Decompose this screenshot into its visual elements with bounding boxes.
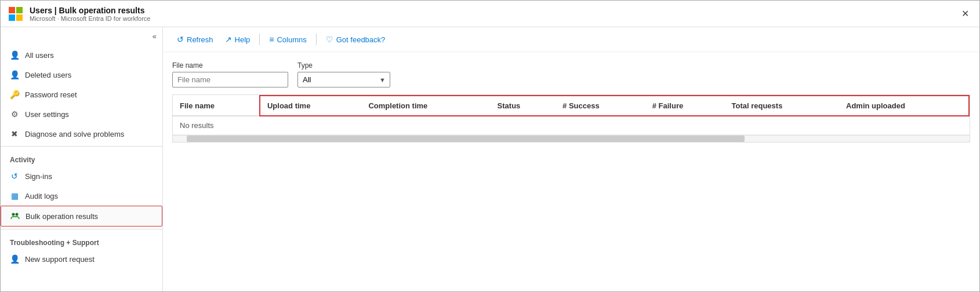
password-reset-label: Password reset <box>25 90 77 99</box>
sidebar-item-all-users[interactable]: 👤 All users <box>1 45 162 65</box>
col-label-admin: Admin uploaded <box>846 101 905 110</box>
type-filter-group: Type All Bulk create Bulk invite Bulk de… <box>297 61 390 87</box>
col-label-failure: # Failure <box>652 101 683 110</box>
gear-icon: ⚙ <box>10 110 19 119</box>
type-filter-label: Type <box>297 61 390 70</box>
sidebar-item-password-reset[interactable]: 🔑 Password reset <box>1 85 162 104</box>
col-label-total: Total requests <box>732 101 783 110</box>
columns-button[interactable]: ≡ Columns <box>264 32 311 47</box>
help-button[interactable]: ↗ Help <box>220 32 255 47</box>
filters-row: File name Type All Bulk create Bulk invi… <box>172 61 970 87</box>
scrollbar-thumb[interactable] <box>187 136 745 142</box>
filename-filter-group: File name <box>172 61 288 87</box>
col-header-total: Total requests <box>725 96 840 116</box>
sign-ins-label: Sign-ins <box>25 172 52 181</box>
svg-rect-3 <box>16 14 23 21</box>
toolbar-divider-2 <box>316 34 317 45</box>
sidebar-item-deleted-users[interactable]: 👤 Deleted users <box>1 65 162 85</box>
new-support-label: New support request <box>25 255 95 264</box>
heart-icon: ♡ <box>326 35 333 44</box>
sidebar-item-bulk-operation[interactable]: Bulk operation results <box>1 206 162 227</box>
main-content: ↺ Refresh ↗ Help ≡ Columns ♡ Got feedbac… <box>163 27 979 292</box>
sidebar-divider-2 <box>1 229 162 229</box>
help-icon: ↗ <box>225 35 232 44</box>
type-select-wrapper: All Bulk create Bulk invite Bulk delete … <box>297 72 390 87</box>
table-header: File name Upload time Completion time St… <box>173 96 969 116</box>
no-results-cell: No results <box>173 116 969 135</box>
type-filter-select[interactable]: All Bulk create Bulk invite Bulk delete <box>297 72 390 87</box>
filename-filter-input[interactable] <box>172 72 288 87</box>
columns-label: Columns <box>277 35 306 44</box>
no-results-row: No results <box>173 116 969 135</box>
header-row: File name Upload time Completion time St… <box>173 96 969 116</box>
col-header-success: # Success <box>556 96 645 116</box>
horizontal-scrollbar[interactable] <box>173 135 970 142</box>
col-header-admin: Admin uploaded <box>839 96 969 116</box>
refresh-button[interactable]: ↺ Refresh <box>172 32 218 47</box>
bulk-operation-label: Bulk operation results <box>26 212 98 221</box>
audit-logs-label: Audit logs <box>25 192 58 200</box>
title-sub: Microsoft · Microsoft Entra ID for workf… <box>30 15 150 22</box>
col-header-status: Status <box>491 96 556 116</box>
toolbar-divider-1 <box>259 34 260 45</box>
refresh-label: Refresh <box>187 35 213 44</box>
col-header-completion-time: Completion time <box>361 96 490 116</box>
sidebar-item-new-support[interactable]: 👤 New support request <box>1 249 162 269</box>
deleted-user-icon: 👤 <box>10 70 19 79</box>
key-icon: 🔑 <box>10 90 19 99</box>
content-area: File name Type All Bulk create Bulk invi… <box>163 52 979 292</box>
sidebar: « 👤 All users 👤 Deleted users 🔑 Password… <box>1 27 163 292</box>
svg-rect-1 <box>16 7 23 13</box>
user-icon: 👤 <box>10 50 19 60</box>
columns-icon: ≡ <box>269 35 274 44</box>
sidebar-collapse-button[interactable]: « <box>153 32 157 41</box>
sidebar-item-audit-logs[interactable]: ▦ Audit logs <box>1 186 162 206</box>
svg-rect-0 <box>9 7 15 13</box>
title-bar: Users | Bulk operation results Microsoft… <box>1 1 979 27</box>
svg-point-5 <box>16 213 19 216</box>
svg-point-4 <box>12 213 15 216</box>
help-label: Help <box>235 35 251 44</box>
sidebar-divider-1 <box>1 146 162 147</box>
sidebar-collapse-area: « <box>1 27 162 45</box>
sidebar-item-sign-ins[interactable]: ↺ Sign-ins <box>1 166 162 186</box>
sidebar-item-diagnose[interactable]: ✖ Diagnose and solve problems <box>1 124 162 144</box>
col-label-filename: File name <box>180 101 215 110</box>
col-header-upload-time: Upload time <box>260 96 361 116</box>
title-text: Users | Bulk operation results Microsoft… <box>30 6 150 22</box>
user-settings-label: User settings <box>25 110 69 119</box>
diagnose-label: Diagnose and solve problems <box>25 130 124 138</box>
col-label-success: # Success <box>562 101 600 110</box>
filename-filter-label: File name <box>172 61 288 70</box>
feedback-button[interactable]: ♡ Got feedback? <box>321 32 390 47</box>
title-bar-left: Users | Bulk operation results Microsoft… <box>8 6 150 22</box>
col-label-completion-time: Completion time <box>368 101 427 110</box>
svg-rect-2 <box>9 14 15 21</box>
wrench-icon: ✖ <box>10 129 19 138</box>
signin-icon: ↺ <box>10 171 19 181</box>
col-label-upload-time: Upload time <box>267 101 310 110</box>
main-layout: « 👤 All users 👤 Deleted users 🔑 Password… <box>1 27 979 292</box>
toolbar: ↺ Refresh ↗ Help ≡ Columns ♡ Got feedbac… <box>163 27 979 52</box>
results-table-wrapper: File name Upload time Completion time St… <box>172 94 970 143</box>
activity-section-label: Activity <box>1 149 162 166</box>
sidebar-item-user-settings[interactable]: ⚙ User settings <box>1 104 162 124</box>
support-icon: 👤 <box>10 254 19 264</box>
close-button[interactable]: ✕ <box>958 7 972 20</box>
table-body: No results <box>173 116 969 135</box>
col-label-status: Status <box>498 101 521 110</box>
feedback-label: Got feedback? <box>336 35 386 44</box>
app-logo <box>8 6 24 22</box>
refresh-icon: ↺ <box>177 35 184 44</box>
col-header-filename: File name <box>173 96 260 116</box>
deleted-users-label: Deleted users <box>25 71 71 79</box>
results-table: File name Upload time Completion time St… <box>173 95 970 135</box>
title-main: Users | Bulk operation results <box>30 6 150 15</box>
bulk-icon <box>10 211 20 221</box>
all-users-label: All users <box>25 51 54 60</box>
audit-icon: ▦ <box>10 191 19 200</box>
troubleshooting-section-label: Troubleshooting + Support <box>1 232 162 249</box>
col-header-failure: # Failure <box>645 96 725 116</box>
